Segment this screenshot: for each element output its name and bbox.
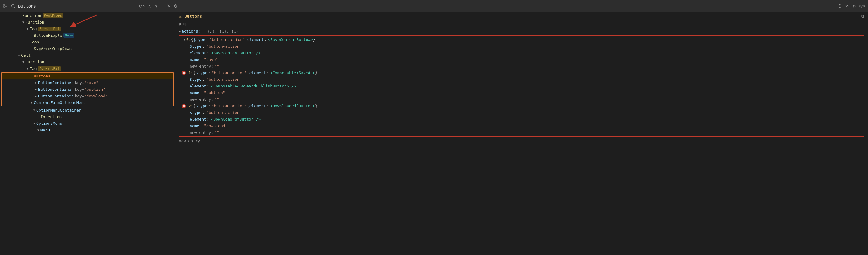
right-icons: ⏱ 👁 ⚙ </> xyxy=(837,3,866,9)
arrow-icon xyxy=(32,109,36,112)
actions-summary-line[interactable]: actions : [ {…}, {…}, {…} ] xyxy=(179,28,864,34)
tree-item-buttons[interactable]: Buttons xyxy=(2,73,173,79)
tree-item-cfom[interactable]: ContentFormOptionsMenu xyxy=(2,99,173,106)
search-bar: Buttons 1/6 ∧ ∨ ✕ ⚙ xyxy=(2,3,178,9)
entry-0-type: $type : "button-action" xyxy=(181,43,863,49)
arrow-icon xyxy=(34,94,38,98)
key-label: key="save" xyxy=(74,80,98,85)
tree-item-menu[interactable]: Menu xyxy=(0,126,175,133)
entry-0-summary[interactable]: 0: { $type : "button-action" , element :… xyxy=(181,36,863,43)
entry-2-newentry: new entry: "" xyxy=(181,129,863,136)
error-icon: ✕ xyxy=(182,71,186,75)
gear-icon[interactable]: ⚙ xyxy=(852,3,855,9)
tree-item-bc-publish[interactable]: ButtonContainer key="publish" xyxy=(2,86,173,93)
top-bar: Buttons 1/6 ∧ ∨ ✕ ⚙ ⏱ 👁 ⚙ </> xyxy=(0,0,868,12)
arrow-icon xyxy=(30,101,34,104)
tree-item-buttonripple[interactable]: ButtonRipple Memo xyxy=(0,32,175,39)
entry-0-element: element : <SaveContentButton /> xyxy=(181,49,863,56)
tree-item-optionsmenu[interactable]: OptionsMenu xyxy=(0,120,175,126)
arrow-icon xyxy=(21,21,25,24)
svg-rect-0 xyxy=(4,4,5,5)
key-label: key="download" xyxy=(74,94,108,98)
match-count: 1/6 xyxy=(138,4,145,8)
actions-detail-box: 0: { $type : "button-action" , element :… xyxy=(179,35,864,137)
entry-1-name: name : "publish" xyxy=(181,89,863,96)
entry-1-summary[interactable]: ✕ 1: { $type : "button-action" , element… xyxy=(181,69,863,76)
expand-entry0-arrow[interactable] xyxy=(184,38,185,41)
entry-0-name: name : "save" xyxy=(181,56,863,63)
new-entry-trailing: new entry xyxy=(179,138,864,144)
search-title: Buttons xyxy=(18,4,136,8)
tree-item-bc-download[interactable]: ButtonContainer key="download" xyxy=(2,93,173,99)
timer-icon[interactable]: ⏱ xyxy=(837,3,842,9)
component-tree: Function RootProps Function Tag ForwardR… xyxy=(0,12,175,255)
settings-button[interactable]: ⚙ xyxy=(174,3,178,9)
arrow-icon xyxy=(34,81,38,84)
divider xyxy=(162,3,162,9)
nav-buttons: ∧ ∨ xyxy=(147,3,159,9)
svg-line-5 xyxy=(14,7,16,8)
nav-up-button[interactable]: ∧ xyxy=(147,3,153,9)
back-button[interactable] xyxy=(2,3,8,9)
close-button[interactable]: ✕ xyxy=(165,3,172,9)
svg-point-4 xyxy=(12,4,14,7)
nav-down-button[interactable]: ∨ xyxy=(153,3,159,9)
tree-item-function-2[interactable]: Function xyxy=(0,59,175,65)
entry-2-element: element : <DownloadPdfButton /> xyxy=(181,116,863,122)
tree-item-omc[interactable]: OptionMenuContainer xyxy=(0,107,175,113)
arrow-icon xyxy=(32,122,36,125)
entry-1-type: $type : "button-action" xyxy=(181,76,863,82)
entry-1-newentry: new entry: "" xyxy=(181,96,863,103)
warning-icon: ⚠ xyxy=(179,14,181,19)
code-icon[interactable]: </> xyxy=(859,4,866,8)
tree-item-tag-forwardref-1[interactable]: Tag ForwardRef xyxy=(0,25,175,32)
tree-item-function-1[interactable]: Function xyxy=(0,19,175,25)
tree-item-bc-save[interactable]: ButtonContainer key="save" xyxy=(2,79,173,86)
copy-icon[interactable]: ⧉ xyxy=(861,14,864,19)
arrow-icon xyxy=(17,53,21,57)
error-icon: ✕ xyxy=(182,104,186,108)
arrow-icon xyxy=(34,88,38,91)
tree-item-func-rootprops[interactable]: Function RootProps xyxy=(0,12,175,19)
entry-1-element: element : <Composable<SaveAndPublishButt… xyxy=(181,82,863,89)
arrow-icon xyxy=(25,27,30,30)
panel-title-row: ⚠ Buttons xyxy=(179,14,864,19)
entry-2-summary[interactable]: ✕ 2: { $type : "button-action" , element… xyxy=(181,103,863,109)
entry-2-name: name : "download" xyxy=(181,122,863,129)
arrow-icon xyxy=(21,60,25,64)
tree-item-insertion[interactable]: Insertion xyxy=(0,113,175,120)
props-panel: ⚠ Buttons ⧉ props actions : [ {…}, {…}, … xyxy=(175,12,868,255)
tree-item-icon[interactable]: Icon xyxy=(0,39,175,45)
tree-item-svg[interactable]: SvgArrowDropDown xyxy=(0,45,175,52)
entry-0-newentry: new entry: "" xyxy=(181,63,863,69)
expand-actions-arrow[interactable] xyxy=(179,30,181,33)
key-label: key="publish" xyxy=(74,87,105,92)
arrow-icon xyxy=(25,67,30,70)
panel-title: Buttons xyxy=(184,14,202,19)
entry-2-type: $type : "button-action" xyxy=(181,109,863,116)
eye-icon[interactable]: 👁 xyxy=(845,3,849,9)
props-section-label: props xyxy=(179,21,864,28)
selected-region: Buttons ButtonContainer key="save" Butto… xyxy=(1,72,174,106)
arrow-icon xyxy=(36,129,40,132)
tree-item-cell[interactable]: Cell xyxy=(0,52,175,59)
tree-item-tag-forwardref-2[interactable]: Tag ForwardRef xyxy=(0,65,175,72)
svg-rect-1 xyxy=(4,6,5,7)
main-content: Function RootProps Function Tag ForwardR… xyxy=(0,12,868,255)
search-button[interactable] xyxy=(10,3,16,9)
